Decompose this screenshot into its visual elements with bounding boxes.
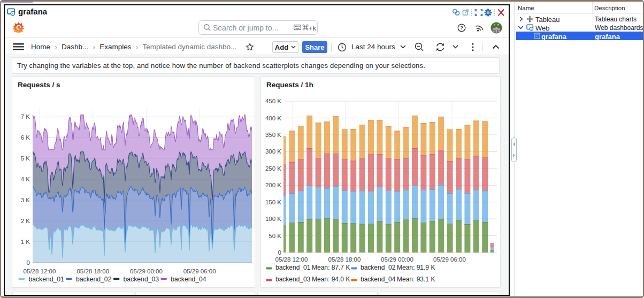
svg-text:Mean: 87.7 K: Mean: 87.7 K <box>312 264 350 271</box>
svg-text:300 K: 300 K <box>265 148 281 155</box>
svg-text:05/29 00:00: 05/29 00:00 <box>130 268 163 274</box>
svg-text:Mean: 93.1 K: Mean: 93.1 K <box>397 276 435 283</box>
svg-text:05/28 12:00: 05/28 12:00 <box>275 256 308 263</box>
svg-text:1 K: 1 K <box>21 239 30 245</box>
svg-text:0: 0 <box>27 259 30 266</box>
svg-text:backend_04: backend_04 <box>361 276 396 283</box>
svg-text:backend_03: backend_03 <box>275 276 311 283</box>
svg-text:7 K: 7 K <box>21 113 30 120</box>
svg-text:05/28 18:00: 05/28 18:00 <box>76 268 109 274</box>
svg-text:150 K: 150 K <box>265 199 281 205</box>
svg-text:250 K: 250 K <box>265 165 281 172</box>
svg-text:6 K: 6 K <box>21 134 30 141</box>
svg-text:5 K: 5 K <box>21 155 30 162</box>
svg-text:400 K: 400 K <box>265 115 281 121</box>
svg-text:backend_02: backend_02 <box>76 276 112 283</box>
svg-text:backend_02: backend_02 <box>361 264 396 271</box>
svg-text:4 K: 4 K <box>21 176 30 182</box>
svg-text:backend_04: backend_04 <box>171 276 206 283</box>
svg-text:0: 0 <box>278 249 281 256</box>
svg-text:backend_01: backend_01 <box>28 276 64 283</box>
svg-text:05/28 18:00: 05/28 18:00 <box>328 256 361 263</box>
svg-text:3 K: 3 K <box>21 197 30 203</box>
svg-text:Mean: 91.9 K: Mean: 91.9 K <box>397 264 435 271</box>
svg-text:Mean: 94.0 K: Mean: 94.0 K <box>312 276 350 283</box>
svg-text:2 K: 2 K <box>21 218 30 224</box>
svg-text:05/29 00:00: 05/29 00:00 <box>381 256 413 263</box>
svg-text:?: ? <box>460 25 463 30</box>
svg-text:50 K: 50 K <box>269 233 281 239</box>
svg-text:100 K: 100 K <box>265 216 281 222</box>
svg-text:350 K: 350 K <box>265 132 281 138</box>
svg-text:450 K: 450 K <box>265 98 281 104</box>
svg-text:200 K: 200 K <box>265 182 281 188</box>
svg-text:05/29 06:00: 05/29 06:00 <box>183 268 216 274</box>
svg-text:05/28 12:00: 05/28 12:00 <box>24 268 56 274</box>
svg-text:backend_01: backend_01 <box>275 264 311 271</box>
svg-text:backend_03: backend_03 <box>124 276 159 283</box>
svg-text:05/29 06:00: 05/29 06:00 <box>433 256 466 263</box>
